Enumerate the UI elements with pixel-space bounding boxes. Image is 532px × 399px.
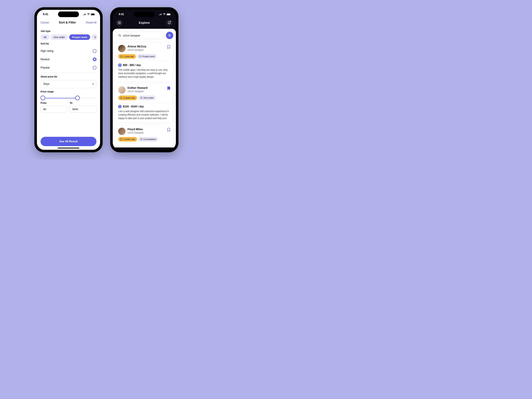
see-results-button[interactable]: See 46 Result xyxy=(41,137,96,146)
work-tag: One order xyxy=(138,95,156,100)
freelancer-role: UI/UX Designer xyxy=(127,90,165,93)
price-period-select[interactable]: Days ▾ xyxy=(41,80,96,88)
bookmark-icon xyxy=(167,128,171,132)
clock-icon xyxy=(140,138,142,140)
svg-rect-1 xyxy=(91,14,94,15)
search-value: UI/UX Designer xyxy=(123,34,140,37)
search-icon xyxy=(118,34,121,37)
sort-high-rating[interactable]: High rating xyxy=(41,47,96,55)
sort-label: High rating xyxy=(41,50,53,52)
job-type-chips: All One order Project work Cons xyxy=(41,34,96,40)
price-range-slider[interactable] xyxy=(41,95,96,101)
freelancer-role: UI/UX Designer xyxy=(127,131,165,134)
freelancer-card[interactable]: Arlene McCoy UI/UX Designer 1 year exp P… xyxy=(115,42,173,82)
job-type-label: Job type xyxy=(41,30,96,32)
status-icons xyxy=(159,13,171,15)
briefcase-icon xyxy=(120,97,122,99)
svg-point-7 xyxy=(169,34,169,35)
clock-icon xyxy=(140,97,142,99)
clock-icon xyxy=(139,55,141,57)
filter-title: Sort & Filter xyxy=(59,21,76,24)
bookmark-icon xyxy=(167,86,171,90)
price-icon: S xyxy=(118,105,121,108)
search-input[interactable]: UI/UX Designer xyxy=(115,32,164,39)
freelancer-name: Arlene McCoy xyxy=(127,45,165,48)
bookmark-button[interactable] xyxy=(167,128,171,132)
slider-thumb-max[interactable] xyxy=(75,95,80,100)
svg-rect-9 xyxy=(120,56,122,57)
svg-point-8 xyxy=(170,36,171,36)
exp-tag: 1 year exp xyxy=(118,54,136,59)
freelancer-desc: I am a web designer with extensive exper… xyxy=(118,110,171,120)
briefcase-icon xyxy=(120,56,122,57)
svg-rect-4 xyxy=(167,14,170,15)
avatar xyxy=(118,128,126,135)
freelancer-name: Esther Howard xyxy=(127,86,165,90)
avatar xyxy=(118,45,126,52)
radio-icon xyxy=(93,49,96,53)
filter-modal-header: Cancel Sort & Filter Reset All xyxy=(37,19,100,27)
freelancer-card[interactable]: Esther Howard UI/UX Designer 3 years exp xyxy=(115,83,173,123)
price-icon: S xyxy=(118,63,121,67)
home-indicator[interactable] xyxy=(58,148,79,148)
briefcase-icon xyxy=(120,138,122,140)
radio-icon xyxy=(93,66,96,70)
chip-consultation[interactable]: Cons xyxy=(91,34,96,40)
chip-project-work[interactable]: Project work xyxy=(69,34,90,40)
phone-filter: 9:41 Cancel Sort & Filter Reset All Job … xyxy=(35,7,102,152)
notch xyxy=(134,12,155,17)
freelancer-card[interactable]: Floyd Miles UI/UX Designer 2 years exp C… xyxy=(115,125,173,147)
notifications-button[interactable] xyxy=(166,19,173,26)
work-tag: Consultation xyxy=(138,137,158,141)
slider-thumb-min[interactable] xyxy=(41,95,45,100)
select-value: Days xyxy=(43,82,49,85)
chip-one-order[interactable]: One order xyxy=(51,34,68,40)
to-label: To xyxy=(70,101,96,104)
notification-dot xyxy=(170,21,171,22)
filter-button[interactable] xyxy=(166,32,173,39)
from-label: From xyxy=(41,101,67,104)
cancel-button[interactable]: Cancel xyxy=(41,21,49,24)
radio-icon xyxy=(93,57,96,61)
freelancer-role: UI/UX Designer xyxy=(127,49,165,51)
chip-all[interactable]: All xyxy=(41,34,49,40)
freelancer-name: Floyd Miles xyxy=(127,128,165,131)
exp-tag: 2 years exp xyxy=(118,137,137,141)
work-tag: Project work xyxy=(137,54,157,59)
svg-rect-5 xyxy=(171,14,171,15)
from-input[interactable]: $0 xyxy=(41,106,67,113)
menu-button[interactable] xyxy=(116,19,123,26)
status-time: 9:41 xyxy=(43,13,48,16)
to-input[interactable]: $400 xyxy=(70,106,96,113)
status-icons xyxy=(83,13,95,15)
exp-tag: 3 years exp xyxy=(118,95,137,100)
price-range-label: Price range xyxy=(41,90,96,93)
reset-button[interactable]: Reset All xyxy=(86,21,96,24)
sliders-icon xyxy=(168,34,171,37)
sort-by-label: Sort by xyxy=(41,42,96,45)
track-fill xyxy=(43,98,79,98)
phone-explore: 9:41 Explore UI/UX Designer xyxy=(110,7,178,152)
freelancer-desc: The mobile apps I develop are easy to us… xyxy=(118,68,171,79)
svg-rect-13 xyxy=(120,139,122,140)
bookmark-icon xyxy=(167,45,171,49)
bookmark-button[interactable] xyxy=(167,86,171,90)
price-value: $120 - $160 / day xyxy=(123,105,144,108)
price-value: $80 - $95 / day xyxy=(123,64,141,67)
sort-label: Popular xyxy=(41,66,50,69)
avatar xyxy=(118,86,126,94)
svg-rect-11 xyxy=(120,97,122,99)
bookmark-button[interactable] xyxy=(167,45,171,49)
chevron-down-icon: ▾ xyxy=(93,83,94,85)
svg-rect-2 xyxy=(95,14,95,15)
sort-newest[interactable]: Newest xyxy=(41,55,96,63)
sort-label: Newest xyxy=(41,58,49,61)
sort-popular[interactable]: Popular xyxy=(41,63,96,72)
status-time: 9:41 xyxy=(119,13,124,16)
notch xyxy=(58,12,79,17)
price-period-label: Show price for xyxy=(41,75,96,78)
explore-title: Explore xyxy=(139,21,150,25)
home-indicator[interactable] xyxy=(133,148,155,148)
hamburger-icon xyxy=(118,22,121,24)
